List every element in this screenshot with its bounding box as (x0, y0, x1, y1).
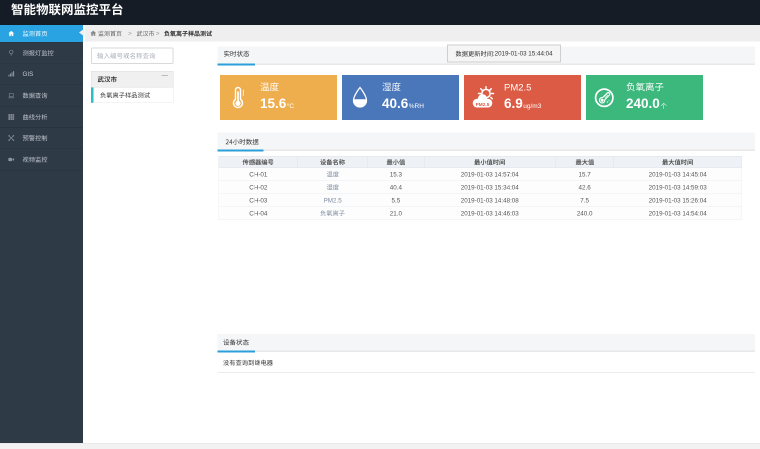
svg-text:PM2.5: PM2.5 (476, 102, 490, 107)
